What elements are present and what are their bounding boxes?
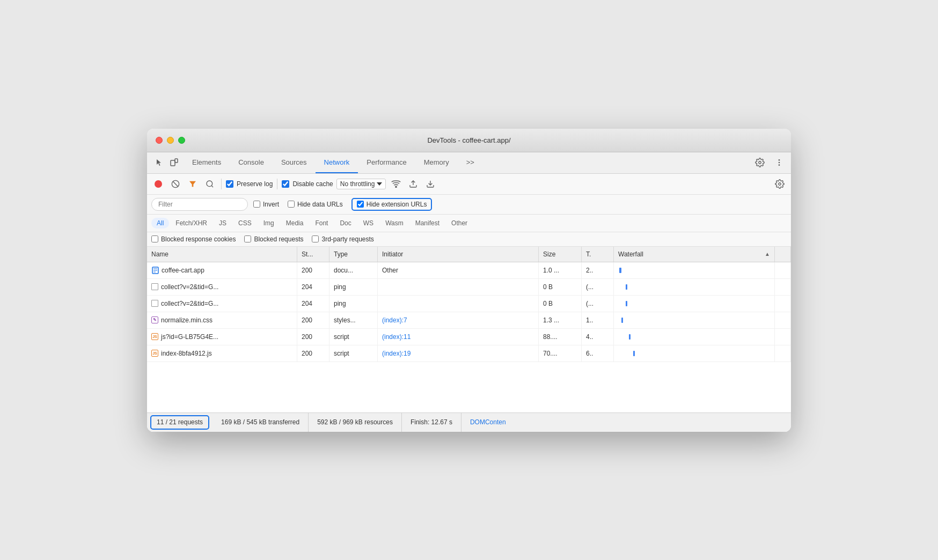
- fullscreen-button[interactable]: [178, 137, 185, 144]
- chevron-down-icon: [377, 182, 382, 186]
- settings-icon[interactable]: [752, 155, 767, 170]
- type-css[interactable]: CSS: [233, 218, 257, 229]
- network-settings-icon[interactable]: [773, 177, 787, 191]
- cell-time: 2..: [582, 262, 614, 278]
- type-manifest[interactable]: Manifest: [410, 218, 445, 229]
- type-js[interactable]: JS: [214, 218, 232, 229]
- tab-console[interactable]: Console: [230, 152, 273, 173]
- table-row[interactable]: ✎ normalize.min.css 200 styles... (index…: [147, 312, 791, 329]
- cell-end: [775, 329, 791, 345]
- minimize-button[interactable]: [167, 137, 174, 144]
- tab-more[interactable]: >>: [458, 152, 483, 173]
- close-button[interactable]: [156, 137, 163, 144]
- search-icon[interactable]: [203, 177, 217, 191]
- third-party-checkbox[interactable]: [312, 235, 319, 242]
- window-title: DevTools - coffee-cart.app/: [427, 136, 510, 144]
- svg-rect-0: [171, 160, 175, 166]
- initiator-link[interactable]: (index):11: [382, 333, 411, 341]
- cell-time: (...: [582, 279, 614, 295]
- titlebar: DevTools - coffee-cart.app/: [147, 129, 791, 152]
- header-waterfall[interactable]: Waterfall ▲: [614, 247, 775, 262]
- cell-end: [775, 279, 791, 295]
- disable-cache-label[interactable]: Disable cache: [292, 180, 333, 188]
- throttle-select[interactable]: No throttling: [336, 179, 386, 189]
- invert-label[interactable]: Invert: [253, 201, 279, 208]
- header-time[interactable]: T.: [582, 247, 614, 262]
- cell-name: collect?v=2&tid=G...: [147, 279, 297, 295]
- blocked-cookies-checkbox[interactable]: [151, 235, 158, 242]
- type-doc[interactable]: Doc: [334, 218, 356, 229]
- tab-elements[interactable]: Elements: [184, 152, 230, 173]
- tab-sources[interactable]: Sources: [273, 152, 316, 173]
- wifi-icon[interactable]: [389, 177, 403, 191]
- cell-initiator: [378, 296, 539, 312]
- tab-network[interactable]: Network: [316, 152, 358, 173]
- preserve-log-checkbox[interactable]: [226, 180, 233, 188]
- hide-data-urls-checkbox[interactable]: [288, 201, 295, 208]
- checkbox-icon: [151, 300, 158, 307]
- record-button[interactable]: [151, 177, 165, 191]
- filter-input[interactable]: [151, 198, 248, 211]
- upload-icon[interactable]: [406, 177, 420, 191]
- cell-initiator: (index):19: [378, 345, 539, 362]
- cell-status: 200: [297, 262, 329, 278]
- cell-waterfall: [614, 296, 775, 312]
- clear-button[interactable]: [168, 177, 182, 191]
- header-type[interactable]: Type: [329, 247, 378, 262]
- third-party-label[interactable]: 3rd-party requests: [312, 235, 373, 243]
- header-name[interactable]: Name: [147, 247, 297, 262]
- header-initiator[interactable]: Initiator: [378, 247, 539, 262]
- hide-extension-urls-label[interactable]: Hide extension URLs: [367, 201, 427, 208]
- blocked-requests-label[interactable]: Blocked requests: [244, 235, 303, 243]
- doc-icon: [151, 267, 159, 274]
- network-toolbar: Preserve log Disable cache No throttling: [147, 174, 791, 195]
- cell-status: 204: [297, 296, 329, 312]
- cell-end: [775, 312, 791, 328]
- disable-cache-checkbox[interactable]: [282, 180, 289, 188]
- transferred-size: 169 kB / 545 kB transferred: [212, 413, 309, 432]
- type-font[interactable]: Font: [310, 218, 333, 229]
- type-wasm[interactable]: Wasm: [380, 218, 409, 229]
- waterfall-bar: [618, 316, 623, 324]
- blocked-requests-checkbox[interactable]: [244, 235, 251, 242]
- preserve-log-label[interactable]: Preserve log: [237, 180, 273, 188]
- cell-status: 204: [297, 279, 329, 295]
- table-row[interactable]: coffee-cart.app 200 docu... Other 1.0 ..…: [147, 262, 791, 279]
- invert-checkbox[interactable]: [253, 201, 260, 208]
- traffic-lights: [156, 137, 185, 144]
- filter-icon[interactable]: [186, 177, 200, 191]
- table-row[interactable]: collect?v=2&tid=G... 204 ping 0 B (...: [147, 296, 791, 312]
- blocked-cookies-label[interactable]: Blocked response cookies: [151, 235, 236, 243]
- type-img[interactable]: Img: [258, 218, 280, 229]
- cell-initiator: Other: [378, 262, 539, 278]
- tab-performance[interactable]: Performance: [358, 152, 415, 173]
- cell-status: 200: [297, 312, 329, 328]
- finish-time: Finish: 12.67 s: [402, 413, 461, 432]
- cell-size: 0 B: [539, 296, 582, 312]
- table-row[interactable]: JS js?id=G-LB75G4E... 200 script (index)…: [147, 329, 791, 345]
- cell-end: [775, 262, 791, 278]
- table-row[interactable]: collect?v=2&tid=G... 204 ping 0 B (...: [147, 279, 791, 296]
- table-row[interactable]: JS index-8bfa4912.js 200 script (index):…: [147, 345, 791, 362]
- waterfall-bar: [618, 267, 621, 274]
- header-status[interactable]: St...: [297, 247, 329, 262]
- download-icon[interactable]: [423, 177, 437, 191]
- hide-extension-urls-checkbox[interactable]: [357, 201, 364, 208]
- type-ws[interactable]: WS: [358, 218, 379, 229]
- hide-data-urls-label[interactable]: Hide data URLs: [288, 201, 343, 208]
- devtools-window: DevTools - coffee-cart.app/ Elements: [147, 129, 791, 432]
- type-media[interactable]: Media: [281, 218, 309, 229]
- initiator-link[interactable]: (index):19: [382, 350, 411, 357]
- type-other[interactable]: Other: [446, 218, 473, 229]
- cursor-icon[interactable]: [151, 155, 166, 170]
- initiator-link[interactable]: (index):7: [382, 316, 407, 324]
- type-fetch-xhr[interactable]: Fetch/XHR: [170, 218, 212, 229]
- cell-name: JS index-8bfa4912.js: [147, 345, 297, 362]
- main-tabs: Elements Console Sources Network Perform…: [184, 152, 752, 173]
- cell-waterfall: [614, 329, 775, 345]
- more-options-icon[interactable]: [772, 155, 787, 170]
- type-all[interactable]: All: [151, 218, 169, 229]
- device-icon[interactable]: [166, 155, 181, 170]
- tab-memory[interactable]: Memory: [415, 152, 458, 173]
- header-size[interactable]: Size: [539, 247, 582, 262]
